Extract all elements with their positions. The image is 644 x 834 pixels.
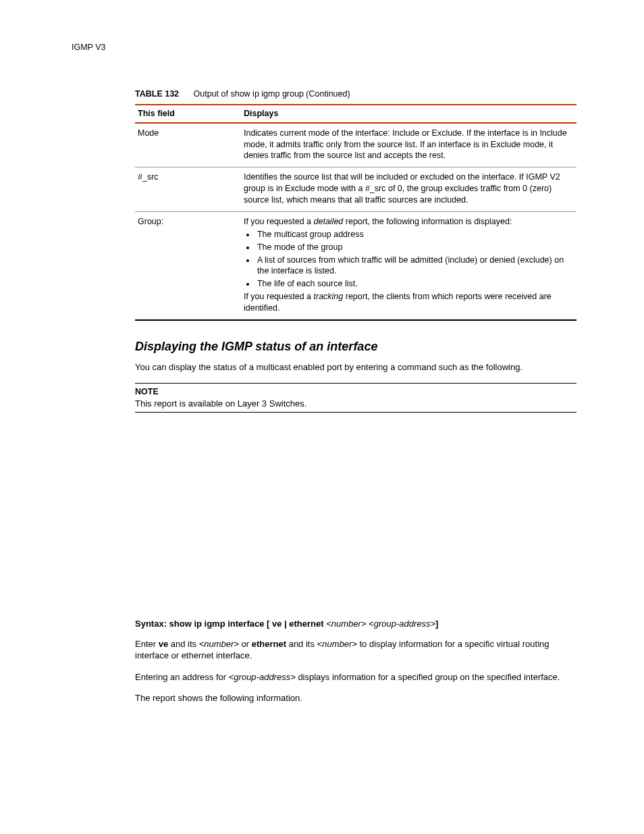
cell-desc: Indicates current mode of the interface:…	[241, 123, 576, 167]
running-header: IGMP V3	[72, 42, 576, 53]
bullet-list: The multicast group address The mode of …	[256, 229, 572, 290]
text: and its	[286, 639, 317, 649]
list-item: The multicast group address	[256, 229, 572, 240]
page: IGMP V3 TABLE 132 Output of show ip igmp…	[0, 0, 644, 834]
text: Enter	[135, 639, 159, 649]
cell-desc: Identifies the source list that will be …	[241, 167, 576, 212]
text: If you requested a	[244, 217, 314, 226]
table-row: Group: If you requested a detailed repor…	[135, 211, 576, 320]
table-header-row: This field Displays	[135, 105, 576, 123]
keyword: ethernet	[252, 639, 286, 649]
spacer	[135, 422, 576, 618]
output-table: This field Displays Mode Indicates curre…	[135, 104, 576, 321]
list-item: The mode of the group	[256, 242, 572, 253]
list-item: The life of each source list.	[256, 278, 572, 290]
text: and its	[168, 639, 199, 649]
arg: <group-address>	[229, 672, 296, 682]
syntax-lead: Syntax: show ip igmp interface [ ve | et…	[135, 619, 326, 629]
content-area: TABLE 132 Output of show ip igmp group (…	[135, 88, 576, 704]
table-label: TABLE 132	[135, 89, 179, 99]
cell-desc: If you requested a detailed report, the …	[241, 211, 576, 320]
text-emphasis: detailed	[314, 217, 344, 226]
syntax-arg: <number>	[326, 619, 366, 629]
syntax-line: Syntax: show ip igmp interface [ ve | et…	[135, 618, 576, 630]
syntax-arg: <group-address>	[369, 619, 435, 629]
text-emphasis: tracking	[314, 292, 344, 301]
keyword: ve	[159, 639, 168, 649]
paragraph: You can display the status of a multicas…	[135, 361, 576, 373]
table-row: Mode Indicates current mode of the inter…	[135, 123, 576, 167]
table-title: Output of show ip igmp group (Continued)	[194, 89, 350, 99]
text: Entering an address for	[135, 672, 229, 682]
table-caption: TABLE 132 Output of show ip igmp group (…	[135, 88, 576, 100]
arg: <number>	[317, 639, 357, 649]
paragraph: Entering an address for <group-address> …	[135, 671, 576, 683]
text: displays information for a specified gro…	[296, 672, 560, 682]
arg: <number>	[199, 639, 239, 649]
syntax-end: ]	[435, 619, 438, 629]
table-row: #_src Identifies the source list that wi…	[135, 167, 576, 212]
list-item: A list of sources from which traffic wil…	[256, 255, 572, 278]
cell-field: Group:	[135, 211, 241, 320]
th-field: This field	[135, 105, 241, 123]
note-label: NOTE	[135, 386, 576, 398]
cell-field: Mode	[135, 123, 241, 167]
paragraph: The report shows the following informati…	[135, 692, 576, 704]
note-block: NOTE This report is available on Layer 3…	[135, 383, 576, 413]
paragraph: Enter ve and its <number> or ethernet an…	[135, 638, 576, 662]
section-heading: Displaying the IGMP status of an interfa…	[135, 338, 576, 355]
text: If you requested a	[244, 292, 314, 301]
text: report, the following information is dis…	[343, 217, 512, 226]
th-displays: Displays	[241, 105, 576, 123]
text: or	[239, 639, 252, 649]
note-text: This report is available on Layer 3 Swit…	[135, 398, 576, 410]
cell-field: #_src	[135, 167, 241, 212]
